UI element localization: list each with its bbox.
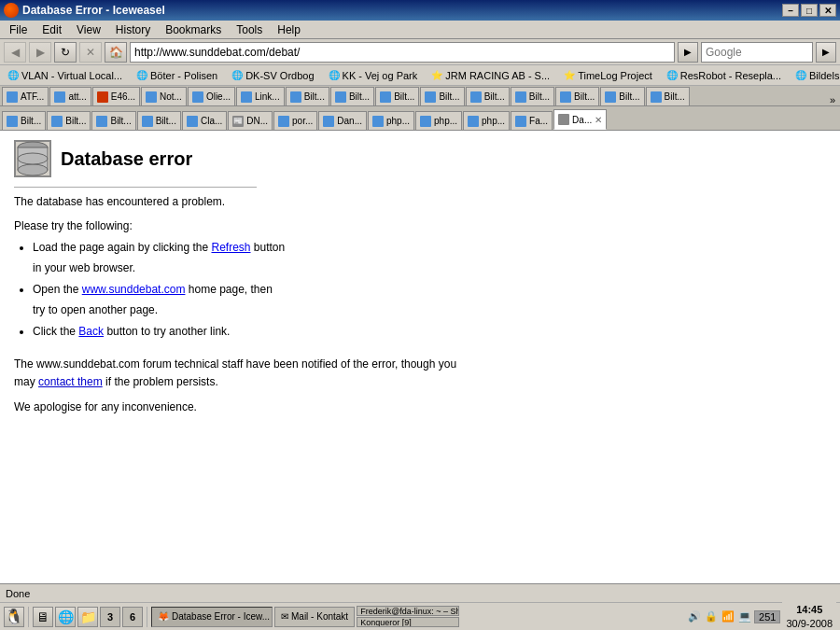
tab-bilt5[interactable]: Bilt...: [466, 87, 510, 105]
refresh-link[interactable]: Refresh: [211, 241, 250, 254]
taskbar-icon-browser[interactable]: 🌐: [55, 607, 76, 627]
forward-button[interactable]: ▶: [29, 42, 51, 63]
tab-dn[interactable]: 📰 DN...: [228, 111, 273, 130]
menu-view[interactable]: View: [71, 21, 106, 38]
titlebar-left: Database Error - Iceweasel: [4, 3, 165, 18]
bookmark-boter[interactable]: 🌐 Böter - Polisen: [131, 67, 222, 84]
tab-por[interactable]: por...: [273, 111, 317, 130]
tab-dan[interactable]: Dan...: [318, 111, 367, 130]
tab-cla[interactable]: Cla...: [182, 111, 227, 130]
tab-att[interactable]: att...: [49, 87, 91, 105]
bookmark-timelog[interactable]: ⭐ TimeLog Project: [558, 67, 657, 84]
bookmark-kk[interactable]: 🌐 KK - Vej og Park: [323, 67, 423, 84]
menu-edit[interactable]: Edit: [36, 21, 67, 38]
tray-sound-icon[interactable]: 🔊: [687, 609, 702, 624]
minimize-button[interactable]: –: [782, 4, 799, 17]
tab-bilt8[interactable]: Bilt...: [600, 87, 644, 105]
bookmark-label: JRM RACING AB - S...: [445, 70, 550, 81]
tab-bilt7[interactable]: Bilt...: [555, 87, 599, 105]
close-button[interactable]: ✕: [819, 4, 836, 17]
taskbar-icon-folder[interactable]: 📁: [77, 607, 98, 627]
tab-favicon: [290, 91, 301, 103]
tab-favicon: [7, 91, 18, 103]
taskbar-window-mail[interactable]: ✉ Mail - Kontakt: [274, 607, 355, 627]
window-title: Database Error - Iceweasel: [22, 4, 165, 17]
tab-php1[interactable]: php...: [368, 111, 414, 130]
taskbar-window-konq1[interactable]: Frederik@fda-linux: ~ – Sh...: [357, 606, 459, 616]
bookmark-vlan[interactable]: 🌐 VLAN - Virtual Local...: [2, 67, 127, 84]
tab-bilt10[interactable]: Bilt...: [2, 111, 46, 130]
tab-php2[interactable]: php...: [415, 111, 462, 130]
stop-button[interactable]: ✕: [79, 42, 102, 63]
menu-history[interactable]: History: [110, 21, 156, 38]
reload-button[interactable]: ↻: [54, 42, 77, 63]
menu-bookmarks[interactable]: Bookmarks: [160, 21, 227, 38]
bookmark-resrobot[interactable]: 🌐 ResRobot - Resepla...: [661, 67, 786, 84]
tab-label: Bilt...: [65, 116, 86, 126]
menu-file[interactable]: File: [4, 21, 33, 38]
tab-olie[interactable]: Olie...: [188, 87, 235, 105]
tab-label: Bilt...: [304, 91, 325, 102]
tab-bilt12[interactable]: Bilt...: [91, 111, 135, 130]
tab-label: Bilt...: [110, 116, 131, 126]
homepage-link[interactable]: www.sunddebat.com: [82, 283, 186, 296]
search-input[interactable]: [701, 42, 813, 63]
tab-label: Da...: [572, 115, 592, 125]
taskbar-icon-monitor[interactable]: 🖥: [33, 607, 53, 627]
menu-tools[interactable]: Tools: [231, 21, 268, 38]
tab-favicon: [515, 116, 526, 127]
contact-link[interactable]: contact them: [38, 375, 103, 388]
tab-label: DN...: [246, 116, 268, 126]
tray-network-icon: 📶: [721, 609, 735, 624]
tab-not[interactable]: Not...: [141, 87, 187, 105]
main-content: Database error The database has encounte…: [0, 131, 840, 630]
tab-bilt4[interactable]: Bilt...: [420, 87, 464, 105]
maximize-button[interactable]: □: [801, 4, 818, 17]
clock-time: 14:45: [786, 603, 833, 616]
back-button[interactable]: ◀: [4, 42, 26, 63]
taskbar-window-browser[interactable]: 🦊 Database Error - Icew...: [151, 607, 273, 627]
navbar: ◀ ▶ ↻ ✕ 🏠 ▶ ▶: [0, 39, 840, 65]
tab-label: Bilt...: [619, 91, 639, 102]
mail-icon: ✉: [281, 611, 288, 622]
taskbar-window-konq2[interactable]: Konqueror [9]: [357, 617, 459, 627]
tabs-row-1: ATF... att... E46... Not... Olie... Link…: [0, 86, 840, 106]
tab-overflow-icon[interactable]: »: [827, 94, 838, 105]
tab-label: Bilt...: [439, 91, 459, 102]
tab-fa[interactable]: Fa...: [511, 111, 553, 130]
tab-bilt3[interactable]: Bilt...: [375, 87, 419, 105]
tab-favicon: [54, 91, 65, 103]
tab-label: Bilt...: [349, 91, 370, 102]
tab-label: Not...: [160, 91, 182, 102]
search-go-button[interactable]: ▶: [816, 42, 836, 63]
error-title: Database error: [61, 148, 192, 170]
go-button[interactable]: ▶: [678, 42, 698, 63]
tab-bilt9[interactable]: Bilt...: [646, 87, 690, 105]
back-link[interactable]: Back: [78, 325, 104, 338]
tab-bilt1[interactable]: Bilt...: [286, 87, 329, 105]
tab-da-active[interactable]: Da... ✕: [553, 109, 607, 130]
bookmark-bildels[interactable]: 🌐 Bildelsbasen - Sveri...: [790, 67, 840, 84]
menu-help[interactable]: Help: [272, 21, 306, 38]
start-button[interactable]: 🐧: [4, 607, 24, 627]
bookmark-jrm[interactable]: ⭐ JRM RACING AB - S...: [426, 67, 554, 84]
tab-favicon: [96, 116, 107, 127]
error-header: Database error: [14, 140, 481, 177]
tab-label: Link...: [255, 91, 280, 102]
tab-e46[interactable]: E46...: [92, 87, 140, 105]
tab-link[interactable]: Link...: [236, 87, 285, 105]
tab-bilt2[interactable]: Bilt...: [330, 87, 374, 105]
tab-atf[interactable]: ATF...: [2, 87, 49, 105]
address-bar[interactable]: [130, 42, 675, 63]
tab-close-button[interactable]: ✕: [595, 115, 602, 125]
tab-bilt6[interactable]: Bilt...: [511, 87, 554, 105]
bookmark-dk-sv[interactable]: 🌐 DK-SV Ordbog: [226, 67, 318, 84]
notification-counter: 251: [754, 610, 780, 623]
tab-favicon: [560, 91, 571, 103]
tab-bilt11[interactable]: Bilt...: [47, 111, 91, 130]
counter-2: 6: [122, 607, 143, 627]
tab-php3[interactable]: php...: [463, 111, 510, 130]
tab-bilt13[interactable]: Bilt...: [137, 111, 181, 130]
tab-favicon: [468, 116, 479, 127]
home-button[interactable]: 🏠: [105, 42, 127, 63]
